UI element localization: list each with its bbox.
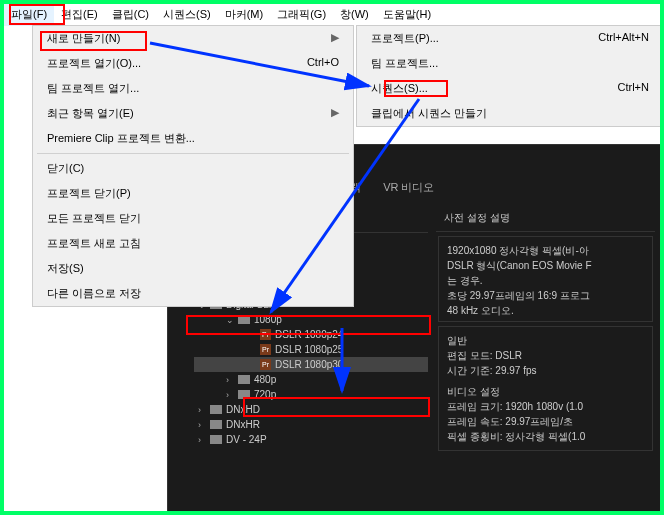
desc-line: 편집 모드: DSLR [447, 348, 644, 363]
tab-vr[interactable]: VR 비디오 [381, 178, 436, 199]
desc-line: 일반 [447, 333, 644, 348]
folder-icon [210, 405, 222, 414]
menu-clip[interactable]: 클립(C) [105, 4, 156, 26]
tree-1080p[interactable]: ⌄1080p [194, 312, 428, 327]
chevron-right-icon: › [198, 420, 206, 430]
menu-open-team[interactable]: 팀 프로젝트 열기... [33, 76, 353, 101]
label: 저장(S) [47, 261, 84, 276]
menu-new[interactable]: 새로 만들기(N)▶ [33, 26, 353, 51]
menu-sequence[interactable]: 시퀀스(S) [156, 4, 218, 26]
tree-dv24[interactable]: ›DV - 24P [194, 432, 428, 447]
shortcut: Ctrl+O [307, 56, 339, 71]
menu-separator [37, 153, 349, 154]
label: 480p [254, 374, 276, 385]
folder-icon [238, 390, 250, 399]
label: 프로젝트 새로 고침 [47, 236, 141, 251]
chevron-down-icon: ⌄ [226, 315, 234, 325]
label: DSLR 1080p24 [275, 329, 343, 340]
tree-dnxhd[interactable]: ›DNxHD [194, 402, 428, 417]
label: DNxHR [226, 419, 260, 430]
shortcut: Ctrl+Alt+N [598, 31, 649, 46]
folder-icon [238, 375, 250, 384]
tree-p25[interactable]: PrDSLR 1080p25 [194, 342, 428, 357]
label: 팀 프로젝트 열기... [47, 81, 139, 96]
submenu-arrow-icon: ▶ [331, 106, 339, 121]
folder-icon [238, 315, 250, 324]
new-submenu: 프로젝트(P)...Ctrl+Alt+N 팀 프로젝트... 시퀀스(S)...… [356, 25, 664, 127]
desc-line: 48 kHz 오디오. [447, 303, 644, 318]
desc-line: 초당 29.97프레임의 16:9 프로그 [447, 288, 644, 303]
tree-p30[interactable]: PrDSLR 1080p30 [194, 357, 428, 372]
desc-title: 사전 설정 설명 [436, 207, 655, 232]
desc-summary: 1920x1080 정사각형 픽셀(비-아 DSLR 형식(Canon EOS … [438, 236, 653, 322]
menu-refresh[interactable]: 프로젝트 새로 고침 [33, 231, 353, 256]
label: DSLR 1080p30 [275, 359, 343, 370]
label: 클립에서 시퀀스 만들기 [371, 106, 487, 121]
menubar: 파일(F) 편집(E) 클립(C) 시퀀스(S) 마커(M) 그래픽(G) 창(… [4, 4, 660, 26]
menu-save-as[interactable]: 다른 이름으로 저장 [33, 281, 353, 306]
preset-icon: Pr [260, 329, 271, 340]
label: 프로젝트 열기(O)... [47, 56, 141, 71]
shortcut: Ctrl+N [618, 81, 649, 96]
label: 720p [254, 389, 276, 400]
submenu-arrow-icon: ▶ [331, 31, 339, 46]
label: 최근 항목 열기(E) [47, 106, 134, 121]
menu-convert-clip[interactable]: Premiere Clip 프로젝트 변환... [33, 126, 353, 151]
menu-close-all[interactable]: 모든 프로젝트 닫기 [33, 206, 353, 231]
desc-line: 시간 기준: 29.97 fps [447, 363, 644, 378]
chevron-right-icon: › [226, 390, 234, 400]
label: 1080p [254, 314, 282, 325]
menu-new-label: 새로 만들기(N) [47, 31, 120, 46]
label: 프로젝트 닫기(P) [47, 186, 131, 201]
folder-icon [210, 420, 222, 429]
label: DSLR 1080p25 [275, 344, 343, 355]
menu-close[interactable]: 닫기(C) [33, 156, 353, 181]
submenu-sequence[interactable]: 시퀀스(S)...Ctrl+N [357, 76, 663, 101]
desc-details: 일반 편집 모드: DSLR 시간 기준: 29.97 fps 비디오 설정 프… [438, 326, 653, 451]
chevron-right-icon: › [198, 435, 206, 445]
menu-marker[interactable]: 마커(M) [218, 4, 271, 26]
desc-line: 는 경우. [447, 273, 644, 288]
menu-window[interactable]: 창(W) [333, 4, 376, 26]
label: 닫기(C) [47, 161, 84, 176]
menu-save[interactable]: 저장(S) [33, 256, 353, 281]
desc-line: 프레임 크기: 1920h 1080v (1.0 [447, 399, 644, 414]
preset-icon: Pr [260, 359, 271, 370]
submenu-project[interactable]: 프로젝트(P)...Ctrl+Alt+N [357, 26, 663, 51]
tree-720p[interactable]: ›720p [194, 387, 428, 402]
submenu-seq-from-clip[interactable]: 클립에서 시퀀스 만들기 [357, 101, 663, 126]
menu-file[interactable]: 파일(F) [4, 4, 54, 26]
desc-line: DSLR 형식(Canon EOS Movie F [447, 258, 644, 273]
tree-480p[interactable]: ›480p [194, 372, 428, 387]
menu-edit[interactable]: 편집(E) [54, 4, 105, 26]
tree-dnxhr[interactable]: ›DNxHR [194, 417, 428, 432]
folder-icon [210, 435, 222, 444]
desc-line: 프레임 속도: 29.97프레임/초 [447, 414, 644, 429]
label: 다른 이름으로 저장 [47, 286, 141, 301]
menu-graphics[interactable]: 그래픽(G) [270, 4, 333, 26]
label: 모든 프로젝트 닫기 [47, 211, 141, 226]
tree-p24[interactable]: PrDSLR 1080p24 [194, 327, 428, 342]
chevron-right-icon: › [226, 375, 234, 385]
menu-close-project[interactable]: 프로젝트 닫기(P) [33, 181, 353, 206]
label: Premiere Clip 프로젝트 변환... [47, 131, 195, 146]
menu-help[interactable]: 도움말(H) [376, 4, 438, 26]
description-panel: 사전 설정 설명 1920x1080 정사각형 픽셀(비-아 DSLR 형식(C… [436, 207, 655, 455]
menu-open-recent[interactable]: 최근 항목 열기(E)▶ [33, 101, 353, 126]
submenu-team-project[interactable]: 팀 프로젝트... [357, 51, 663, 76]
label: DV - 24P [226, 434, 267, 445]
desc-line: 1920x1080 정사각형 픽셀(비-아 [447, 243, 644, 258]
chevron-right-icon: › [198, 405, 206, 415]
desc-line: 비디오 설정 [447, 384, 644, 399]
menu-open-project[interactable]: 프로젝트 열기(O)...Ctrl+O [33, 51, 353, 76]
label: 시퀀스(S)... [371, 81, 428, 96]
preset-icon: Pr [260, 344, 271, 355]
file-dropdown: 새로 만들기(N)▶ 프로젝트 열기(O)...Ctrl+O 팀 프로젝트 열기… [32, 25, 354, 307]
label: DNxHD [226, 404, 260, 415]
desc-line: 픽셀 종횡비: 정사각형 픽셀(1.0 [447, 429, 644, 444]
label: 프로젝트(P)... [371, 31, 439, 46]
label: 팀 프로젝트... [371, 56, 438, 71]
